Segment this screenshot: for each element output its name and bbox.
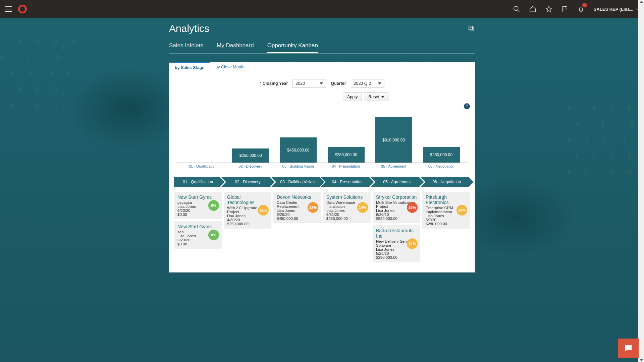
card-date: 5/31/20	[326, 213, 367, 217]
stage-chevrons: 01 - Qualification02 - Discovery03 - Bui…	[169, 170, 475, 190]
quarter-select[interactable]: 2020 Q 2	[351, 79, 384, 88]
chart-x-axis: 01 - Qualification02 - Discovery03 - Bui…	[175, 163, 469, 168]
scroll-up-icon[interactable]	[640, 1, 643, 3]
win-percent-badge: 14%	[357, 202, 368, 213]
card-title: Pittsburgh Electronics	[426, 194, 467, 205]
global-header: 8 SALES REP (Lisa...	[0, 0, 644, 18]
menu-icon[interactable]	[5, 6, 12, 12]
kanban-column: New Start GymsgsyagsaLisa Jones6/23/20$0…	[174, 192, 222, 262]
star-icon[interactable]	[545, 5, 553, 13]
axis-label: 03 - Building Vision	[278, 164, 318, 168]
svg-point-5	[628, 347, 629, 348]
card-title: New Start Gyms	[177, 194, 218, 200]
win-percent-badge: 14%	[457, 205, 467, 216]
kanban-column: Pittsburgh ElectronicsEnterprise CRM Imp…	[422, 192, 470, 262]
card-amount: $280,000.00	[426, 222, 467, 226]
card-date: 5/29/20	[277, 213, 318, 217]
subtab-by-sales-stage[interactable]: by Sales Stage	[169, 62, 210, 73]
kanban-column: System SolutionsData Warehouse Installat…	[323, 192, 371, 262]
notification-badge: 8	[582, 3, 587, 7]
axis-label: 04 - Presentation	[326, 164, 366, 168]
user-label: SALES REP (Lisa...	[594, 7, 633, 12]
win-percent-badge: 12%	[258, 205, 269, 216]
tab-my-dashboard[interactable]: My Dashboard	[217, 40, 254, 53]
svg-rect-3	[469, 26, 473, 30]
sub-tabs: by Sales Stageby Close Month	[169, 62, 475, 73]
kanban-column: Stryker CorporationMulti Site Virtualiza…	[373, 192, 420, 262]
stage-chevron[interactable]: 02 - Discovery	[221, 177, 269, 187]
win-percent-badge: 0%	[208, 200, 219, 211]
chart-bar[interactable]: $810,000.00	[375, 117, 412, 163]
card-amount: $250,000.00	[227, 222, 268, 226]
opportunity-card[interactable]: Devon NetworksData Center ReplacementLis…	[273, 192, 321, 223]
stage-chevron[interactable]: 06 - Negotiation	[420, 177, 469, 187]
card-date: 5/7/20	[426, 218, 467, 222]
card-date: 6/26/20	[376, 213, 417, 217]
card-amount: $520,000.00	[376, 217, 417, 221]
svg-point-6	[629, 347, 630, 348]
win-percent-badge: 22%	[308, 202, 318, 213]
card-amount: $450,000.00	[277, 217, 318, 221]
tab-sales-infolets[interactable]: Sales Infolets	[169, 40, 203, 53]
win-percent-badge: 0%	[208, 230, 219, 240]
quarter-value: 2020 Q 2	[354, 81, 371, 86]
reset-button[interactable]: Reset	[364, 93, 388, 101]
closing-year-value: 2020	[296, 81, 305, 86]
svg-point-4	[627, 347, 628, 348]
stage-chevron[interactable]: 01 - Qualification	[174, 177, 220, 187]
opportunity-card[interactable]: Pittsburgh ElectronicsEnterprise CRM Imp…	[422, 192, 470, 229]
search-icon[interactable]	[513, 5, 521, 13]
chat-fab[interactable]	[618, 339, 639, 358]
card-title: New Start Gyms	[177, 224, 218, 229]
opportunity-card[interactable]: Global TechnologiesWeb 2.0 Upgrade Proje…	[224, 192, 271, 229]
notifications-icon[interactable]: 8	[577, 5, 585, 13]
card-amount: $280,000.00	[326, 217, 367, 221]
card-title: Bada Restaurants Inc	[376, 228, 417, 239]
subtab-by-close-month[interactable]: by Close Month	[210, 62, 250, 73]
home-icon[interactable]	[529, 5, 537, 13]
dropdown-icon	[378, 82, 381, 84]
svg-rect-2	[470, 27, 474, 31]
opportunity-card[interactable]: Stryker CorporationMulti Site Virtualiza…	[373, 192, 420, 223]
chart-bar[interactable]: $250,000.00	[232, 148, 269, 163]
win-percent-badge: 25%	[407, 202, 418, 213]
stage-chevron[interactable]: 03 - Building Vision	[271, 177, 319, 187]
stage-chevron[interactable]: 05 - Agreement	[370, 177, 419, 187]
dropdown-icon	[381, 96, 384, 98]
card-title: System Solutions	[326, 194, 367, 200]
filter-row: Closing Year 2020 Quarter 2020 Q 2	[169, 73, 475, 90]
card-amount: $290,000.00	[376, 255, 417, 259]
card-title: Devon Networks	[277, 194, 318, 200]
chart-bar[interactable]: $450,000.00	[280, 137, 317, 163]
axis-label: 02 - Discovery	[230, 164, 270, 168]
tab-opportunity-kanban[interactable]: Opportunity Kanban	[267, 40, 318, 53]
user-menu[interactable]: SALES REP (Lisa...	[594, 7, 639, 12]
chart-bar[interactable]: $280,000.00	[328, 147, 365, 163]
opportunity-card[interactable]: Bada Restaurants IncNew Delivery Service…	[373, 225, 420, 262]
opportunity-card[interactable]: New Start GymsgsyagsaLisa Jones6/23/20$0…	[174, 192, 222, 219]
axis-label: 05 - Agreement	[373, 164, 414, 168]
kanban-panel: by Sales Stageby Close Month Closing Yea…	[169, 62, 475, 273]
logo-icon[interactable]	[18, 5, 27, 13]
vertical-scrollbar[interactable]	[638, 0, 644, 362]
opportunity-card[interactable]: System SolutionsData Warehouse Installat…	[323, 192, 371, 223]
revenue-bar-chart: $250,000.00$450,000.00$280,000.00$810,00…	[175, 109, 469, 163]
opportunity-card[interactable]: New Start GymssaaLisa Jones6/23/20$0.000…	[174, 221, 222, 249]
primary-tabs: Sales InfoletsMy DashboardOpportunity Ka…	[169, 40, 475, 54]
svg-point-0	[514, 6, 518, 11]
apply-button[interactable]: Apply	[343, 93, 362, 101]
card-title: Stryker Corporation	[376, 194, 417, 200]
flag-icon[interactable]	[561, 5, 569, 13]
copy-icon[interactable]	[468, 25, 475, 32]
chart-bar[interactable]: $280,000.00	[423, 147, 460, 163]
stage-chevron[interactable]: 04 - Presentation	[321, 177, 369, 187]
apply-label: Apply	[347, 95, 358, 99]
kanban-column: Devon NetworksData Center ReplacementLis…	[273, 192, 321, 262]
card-date: 5/23/20	[376, 251, 417, 255]
card-amount: $0.00	[177, 213, 218, 217]
closing-year-select[interactable]: 2020	[292, 79, 326, 88]
scroll-down-icon[interactable]	[640, 359, 643, 361]
page-title: Analytics	[169, 23, 209, 34]
chart-bar[interactable]	[184, 162, 221, 163]
dropdown-icon	[320, 82, 323, 84]
